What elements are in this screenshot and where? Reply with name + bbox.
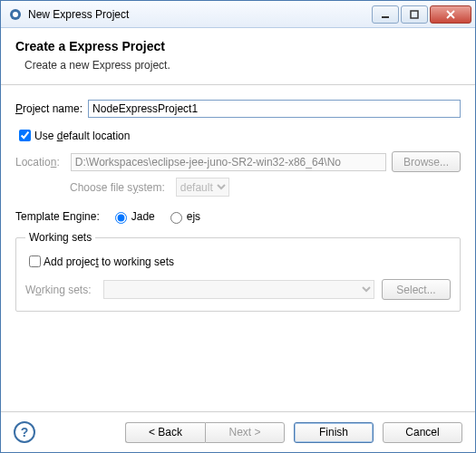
location-label: Location: <box>15 156 60 169</box>
template-jade-radio[interactable] <box>115 212 127 224</box>
location-input <box>71 153 386 171</box>
working-sets-group: Working sets Add project to working sets… <box>15 231 461 312</box>
back-button[interactable]: < Back <box>125 422 205 443</box>
use-default-location-checkbox[interactable] <box>19 130 31 141</box>
svg-point-1 <box>13 12 18 17</box>
template-ejs-option[interactable]: ejs <box>166 209 200 224</box>
working-sets-legend: Working sets <box>25 231 95 244</box>
dialog-content: Project name: Use default location Locat… <box>1 85 475 411</box>
add-to-working-sets-checkbox[interactable] <box>29 255 41 267</box>
next-button: Next > <box>205 422 285 443</box>
help-icon[interactable]: ? <box>14 421 35 443</box>
template-jade-option[interactable]: Jade <box>111 209 155 224</box>
window-title: New Express Project <box>28 8 370 21</box>
working-sets-select-button: Select... <box>382 279 451 300</box>
template-ejs-radio[interactable] <box>170 212 182 224</box>
dialog-footer: ? < Back Next > Finish Cancel <box>1 411 475 452</box>
minimize-button[interactable] <box>372 5 399 24</box>
use-default-location-label: Use default location <box>34 130 130 142</box>
cancel-button[interactable]: Cancel <box>383 422 462 443</box>
svg-rect-3 <box>411 11 418 18</box>
dialog-window: New Express Project Create a Express Pro… <box>0 0 476 453</box>
dialog-header: Create a Express Project Create a new Ex… <box>1 28 475 85</box>
working-sets-select <box>103 280 374 299</box>
header-title: Create a Express Project <box>15 39 461 53</box>
maximize-button[interactable] <box>401 5 428 24</box>
close-button[interactable] <box>430 5 471 24</box>
template-engine-label: Template Engine: <box>15 210 100 223</box>
finish-button[interactable]: Finish <box>294 422 374 443</box>
file-system-label: Choose file system: <box>70 181 165 194</box>
project-name-input[interactable] <box>88 100 461 118</box>
titlebar[interactable]: New Express Project <box>1 1 475 28</box>
project-name-label: Project name: <box>15 102 83 115</box>
file-system-select: default <box>176 178 229 197</box>
add-to-working-sets-label: Add project to working sets <box>44 255 174 268</box>
working-sets-list-label: Working sets: <box>25 284 91 296</box>
app-icon <box>8 7 23 22</box>
header-subtitle: Create a new Express project. <box>24 59 461 72</box>
browse-button: Browse... <box>392 151 461 172</box>
